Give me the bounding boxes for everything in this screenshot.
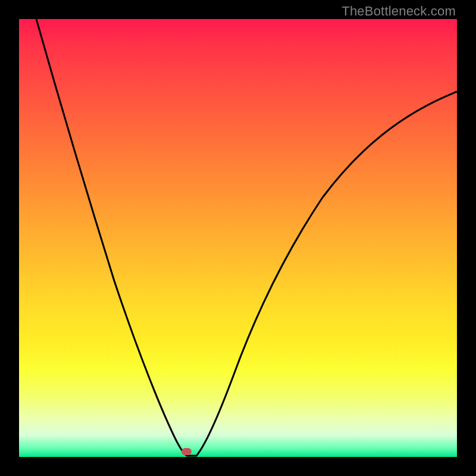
bottleneck-curve-path bbox=[36, 19, 457, 456]
curve-svg bbox=[19, 19, 457, 457]
watermark-text: TheBottleneck.com bbox=[342, 4, 456, 19]
optimal-point-marker bbox=[181, 448, 192, 455]
